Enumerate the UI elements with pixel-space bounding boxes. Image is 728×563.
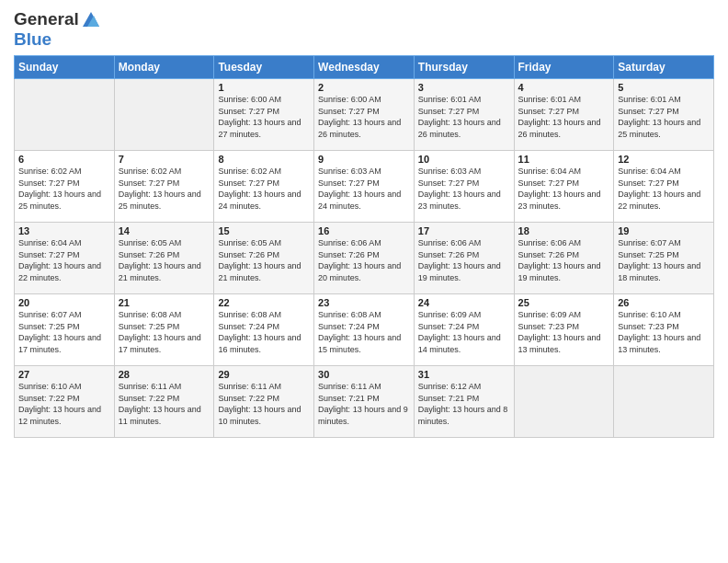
calendar-cell: 24Sunrise: 6:09 AMSunset: 7:24 PMDayligh… [414, 294, 514, 366]
calendar-cell: 8Sunrise: 6:02 AMSunset: 7:27 PMDaylight… [214, 151, 314, 223]
day-number: 22 [218, 297, 310, 308]
calendar-cell: 13Sunrise: 6:04 AMSunset: 7:27 PMDayligh… [15, 223, 115, 294]
calendar-cell: 22Sunrise: 6:08 AMSunset: 7:24 PMDayligh… [214, 294, 314, 366]
day-number: 19 [618, 225, 710, 236]
calendar-cell: 25Sunrise: 6:09 AMSunset: 7:23 PMDayligh… [514, 294, 614, 366]
day-number: 21 [119, 297, 210, 308]
day-number: 7 [119, 154, 210, 165]
day-number: 10 [418, 154, 510, 165]
calendar-cell: 16Sunrise: 6:06 AMSunset: 7:26 PMDayligh… [314, 223, 415, 294]
calendar-cell: 31Sunrise: 6:12 AMSunset: 7:21 PMDayligh… [414, 366, 514, 438]
calendar-cell: 6Sunrise: 6:02 AMSunset: 7:27 PMDaylight… [15, 151, 115, 223]
calendar-cell: 14Sunrise: 6:05 AMSunset: 7:26 PMDayligh… [114, 223, 214, 294]
day-info: Sunrise: 6:03 AMSunset: 7:27 PMDaylight:… [318, 166, 410, 212]
day-number: 20 [18, 297, 110, 308]
day-info: Sunrise: 6:04 AMSunset: 7:27 PMDaylight:… [618, 166, 710, 212]
calendar-week-5: 27Sunrise: 6:10 AMSunset: 7:22 PMDayligh… [15, 366, 714, 438]
day-info: Sunrise: 6:02 AMSunset: 7:27 PMDaylight:… [218, 166, 310, 212]
calendar-week-3: 13Sunrise: 6:04 AMSunset: 7:27 PMDayligh… [15, 223, 714, 294]
day-number: 24 [418, 297, 510, 308]
day-info: Sunrise: 6:02 AMSunset: 7:27 PMDaylight:… [18, 166, 110, 212]
day-number: 13 [18, 225, 110, 236]
day-info: Sunrise: 6:01 AMSunset: 7:27 PMDaylight:… [418, 94, 510, 140]
day-info: Sunrise: 6:08 AMSunset: 7:25 PMDaylight:… [119, 309, 210, 355]
calendar-cell: 2Sunrise: 6:00 AMSunset: 7:27 PMDaylight… [314, 79, 415, 151]
calendar-cell: 4Sunrise: 6:01 AMSunset: 7:27 PMDaylight… [514, 79, 614, 151]
logo: General Blue [14, 9, 101, 50]
day-number: 28 [119, 369, 210, 380]
calendar-cell: 15Sunrise: 6:05 AMSunset: 7:26 PMDayligh… [214, 223, 314, 294]
day-info: Sunrise: 6:08 AMSunset: 7:24 PMDaylight:… [218, 309, 310, 355]
day-info: Sunrise: 6:06 AMSunset: 7:26 PMDaylight:… [318, 237, 410, 283]
calendar-cell: 19Sunrise: 6:07 AMSunset: 7:25 PMDayligh… [614, 223, 714, 294]
calendar-cell: 29Sunrise: 6:11 AMSunset: 7:22 PMDayligh… [214, 366, 314, 438]
day-number: 17 [418, 225, 510, 236]
day-info: Sunrise: 6:08 AMSunset: 7:24 PMDaylight:… [318, 309, 410, 355]
calendar-cell: 10Sunrise: 6:03 AMSunset: 7:27 PMDayligh… [414, 151, 514, 223]
day-info: Sunrise: 6:11 AMSunset: 7:22 PMDaylight:… [119, 381, 210, 427]
calendar-cell: 1Sunrise: 6:00 AMSunset: 7:27 PMDaylight… [214, 79, 314, 151]
calendar-cell [15, 79, 115, 151]
calendar-header-tuesday: Tuesday [214, 56, 314, 79]
day-number: 23 [318, 297, 410, 308]
day-number: 4 [518, 82, 610, 93]
day-info: Sunrise: 6:00 AMSunset: 7:27 PMDaylight:… [318, 94, 410, 140]
header: General Blue [14, 9, 714, 50]
day-number: 6 [18, 154, 110, 165]
day-number: 16 [318, 225, 410, 236]
calendar-cell: 3Sunrise: 6:01 AMSunset: 7:27 PMDaylight… [414, 79, 514, 151]
day-info: Sunrise: 6:11 AMSunset: 7:21 PMDaylight:… [318, 381, 410, 427]
calendar-header-friday: Friday [514, 56, 614, 79]
day-info: Sunrise: 6:11 AMSunset: 7:22 PMDaylight:… [218, 381, 310, 427]
calendar-header-saturday: Saturday [614, 56, 714, 79]
day-info: Sunrise: 6:04 AMSunset: 7:27 PMDaylight:… [518, 166, 610, 212]
calendar-table: SundayMondayTuesdayWednesdayThursdayFrid… [14, 55, 714, 438]
day-info: Sunrise: 6:10 AMSunset: 7:23 PMDaylight:… [618, 309, 710, 355]
calendar-cell: 18Sunrise: 6:06 AMSunset: 7:26 PMDayligh… [514, 223, 614, 294]
logo-icon [81, 10, 101, 29]
day-info: Sunrise: 6:06 AMSunset: 7:26 PMDaylight:… [418, 237, 510, 283]
day-number: 3 [418, 82, 510, 93]
day-info: Sunrise: 6:00 AMSunset: 7:27 PMDaylight:… [218, 94, 310, 140]
calendar-cell: 20Sunrise: 6:07 AMSunset: 7:25 PMDayligh… [15, 294, 115, 366]
day-number: 30 [318, 369, 410, 380]
calendar-cell: 28Sunrise: 6:11 AMSunset: 7:22 PMDayligh… [114, 366, 214, 438]
day-info: Sunrise: 6:04 AMSunset: 7:27 PMDaylight:… [18, 237, 110, 283]
calendar-cell: 27Sunrise: 6:10 AMSunset: 7:22 PMDayligh… [15, 366, 115, 438]
calendar-cell: 17Sunrise: 6:06 AMSunset: 7:26 PMDayligh… [414, 223, 514, 294]
page: General Blue SundayMondayTuesdayWednesda… [0, 0, 728, 563]
day-number: 2 [318, 82, 410, 93]
calendar-cell: 5Sunrise: 6:01 AMSunset: 7:27 PMDaylight… [614, 79, 714, 151]
day-number: 14 [119, 225, 210, 236]
calendar-header-monday: Monday [114, 56, 214, 79]
calendar-week-4: 20Sunrise: 6:07 AMSunset: 7:25 PMDayligh… [15, 294, 714, 366]
day-info: Sunrise: 6:01 AMSunset: 7:27 PMDaylight:… [618, 94, 710, 140]
day-info: Sunrise: 6:01 AMSunset: 7:27 PMDaylight:… [518, 94, 610, 140]
calendar-week-1: 1Sunrise: 6:00 AMSunset: 7:27 PMDaylight… [15, 79, 714, 151]
calendar-cell [114, 79, 214, 151]
day-info: Sunrise: 6:09 AMSunset: 7:24 PMDaylight:… [418, 309, 510, 355]
calendar-cell: 21Sunrise: 6:08 AMSunset: 7:25 PMDayligh… [114, 294, 214, 366]
day-info: Sunrise: 6:05 AMSunset: 7:26 PMDaylight:… [218, 237, 310, 283]
calendar-cell: 26Sunrise: 6:10 AMSunset: 7:23 PMDayligh… [614, 294, 714, 366]
logo-blue-text: Blue [14, 29, 51, 49]
day-info: Sunrise: 6:07 AMSunset: 7:25 PMDaylight:… [618, 237, 710, 283]
day-info: Sunrise: 6:06 AMSunset: 7:26 PMDaylight:… [518, 237, 610, 283]
day-number: 25 [518, 297, 610, 308]
calendar-header-wednesday: Wednesday [314, 56, 415, 79]
day-info: Sunrise: 6:05 AMSunset: 7:26 PMDaylight:… [119, 237, 210, 283]
day-number: 18 [518, 225, 610, 236]
calendar-week-2: 6Sunrise: 6:02 AMSunset: 7:27 PMDaylight… [15, 151, 714, 223]
day-number: 27 [18, 369, 110, 380]
day-info: Sunrise: 6:12 AMSunset: 7:21 PMDaylight:… [418, 381, 510, 427]
calendar-cell: 30Sunrise: 6:11 AMSunset: 7:21 PMDayligh… [314, 366, 415, 438]
day-info: Sunrise: 6:10 AMSunset: 7:22 PMDaylight:… [18, 381, 110, 427]
day-info: Sunrise: 6:03 AMSunset: 7:27 PMDaylight:… [418, 166, 510, 212]
day-number: 31 [418, 369, 510, 380]
logo-general-text: General [14, 9, 79, 29]
calendar-cell [514, 366, 614, 438]
day-number: 5 [618, 82, 710, 93]
calendar-cell: 11Sunrise: 6:04 AMSunset: 7:27 PMDayligh… [514, 151, 614, 223]
day-number: 29 [218, 369, 310, 380]
day-number: 1 [218, 82, 310, 93]
